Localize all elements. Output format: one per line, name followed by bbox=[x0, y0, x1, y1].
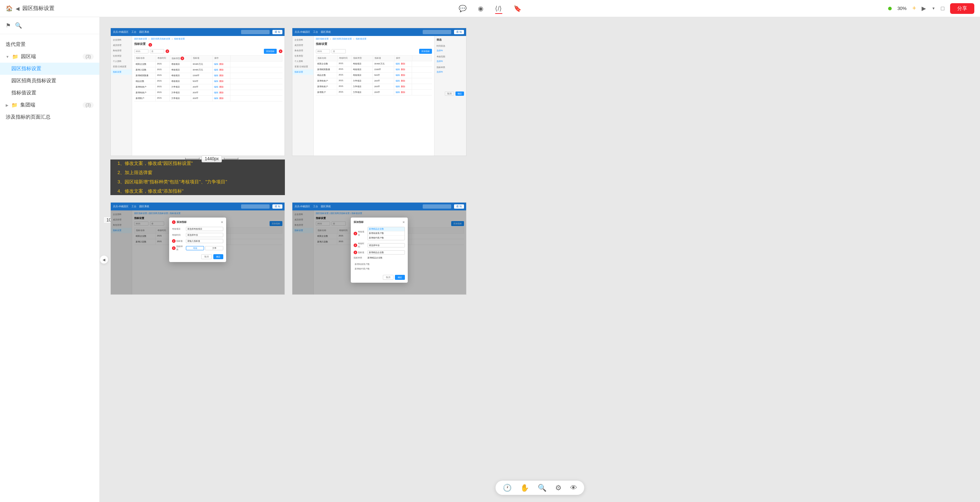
mock-sidebar-member: 成员管理 bbox=[292, 43, 313, 48]
mock-sidebar-task: 任务类型 bbox=[292, 53, 313, 59]
frame-park-indicator: 员员-仲裁园区 工台 园区系统 通 知 企业资料 成员管理 角色管理 任务类型 … bbox=[110, 28, 285, 156]
mock-search bbox=[423, 30, 451, 34]
filter-reset-btn[interactable]: 取消 bbox=[445, 92, 454, 96]
mock-nav: 员员-仲裁园区 工台 园区系统 通 知 bbox=[292, 28, 466, 36]
mock-year-select[interactable]: 2021 bbox=[134, 49, 148, 53]
collapse-sidebar-button[interactable]: ◀ bbox=[100, 255, 108, 264]
mock-nav: 员员-仲裁园区 工台 园区系统 通 知 bbox=[111, 28, 285, 36]
settings-icon[interactable]: ⚙ bbox=[555, 483, 562, 492]
item-label: 指标值设置 bbox=[11, 90, 36, 96]
plus-icon[interactable]: + bbox=[912, 5, 916, 12]
mock-notice-btn: 通 知 bbox=[272, 204, 282, 209]
chevron-down-icon[interactable]: ▼ bbox=[932, 6, 935, 10]
form-row-type: 3 指标种类 考核 力争 bbox=[172, 245, 223, 251]
sidebar-item-indicator-value[interactable]: 指标值设置 bbox=[0, 87, 99, 99]
nav-brand: 员员-仲裁园区 bbox=[294, 30, 310, 34]
location-icon[interactable]: ◉ bbox=[478, 5, 484, 13]
sidebar-section-park[interactable]: ▼ 📁 园区端 (3) bbox=[0, 51, 99, 63]
time-input[interactable]: 请选择年份 bbox=[368, 243, 405, 248]
dialog-cancel-btn[interactable]: 取消 bbox=[201, 254, 212, 259]
frame-add-indicator-dropdown: 员员-仲裁园区 工台 园区系统 通 知 企业资料 成员管理 角色管理 指标设置 … bbox=[292, 202, 466, 295]
frame-add-indicator: 员员-仲裁园区 工台 园区系统 通 知 企业资料 成员管理 角色管理 指标设置 … bbox=[110, 202, 285, 295]
mock-notice-btn: 通 知 bbox=[454, 204, 464, 209]
form-row-time: 考核时间 请选择年份 bbox=[172, 233, 223, 237]
monitor-icon[interactable]: □ bbox=[941, 5, 944, 12]
close-icon[interactable]: ✕ bbox=[221, 221, 223, 224]
sidebar-tree: 迭代背景 ▼ 📁 园区端 (3) 园区指标设置 园区招商员指标设置 指标值设置 … bbox=[0, 34, 99, 502]
form-row-project: 1 考核项目 新增精品企业数 新增有效客户数 新增签约客户数 bbox=[353, 227, 405, 240]
sidebar-item-page-summary[interactable]: 涉及指标的页面汇总 bbox=[0, 111, 99, 123]
section-badge: (3) bbox=[83, 54, 94, 59]
dialog-ok-btn[interactable]: 确定 bbox=[213, 254, 223, 259]
play-icon[interactable]: ▶ bbox=[921, 5, 926, 12]
sidebar-section-group[interactable]: ▶ 📁 集团端 (3) bbox=[0, 99, 99, 111]
time-input[interactable]: 请选择年份 bbox=[186, 233, 223, 237]
mock-type-select[interactable]: 全 bbox=[331, 49, 346, 53]
mock-content: 园区指标设置 | 园区招商员指标设置 | 指标值设置 指标设置 2021 全 添… bbox=[314, 36, 434, 156]
history-icon[interactable]: 🕐 bbox=[503, 483, 512, 492]
dialog-title: 1 添加指标 ✕ bbox=[172, 220, 223, 224]
dialog-cancel-btn[interactable]: 取消 bbox=[383, 275, 393, 280]
zoom-icon[interactable]: 🔍 bbox=[538, 483, 547, 492]
flag-icon[interactable]: ⚑ bbox=[6, 22, 11, 29]
share-button[interactable]: 分享 bbox=[950, 3, 974, 14]
sidebar-item-recruiter-indicator[interactable]: 园区招商员指标设置 bbox=[0, 75, 99, 87]
top-bar: 🏠 ◀ 园区指标设置 💬 ◉ ⟨/⟩ 🔖 30% + ▶ ▼ □ 分享 bbox=[0, 0, 980, 17]
code-icon[interactable]: ⟨/⟩ bbox=[495, 5, 502, 13]
section-badge: (3) bbox=[83, 102, 94, 108]
mock-sidebar-task: 任务类型 bbox=[111, 53, 132, 59]
hand-icon[interactable]: ✋ bbox=[520, 483, 529, 492]
th-name: 指标名称 bbox=[135, 56, 156, 61]
close-icon[interactable]: ✕ bbox=[402, 221, 405, 224]
table-row: 新增入驻数 2021 考核项目 35465万元 编辑删除 bbox=[134, 67, 282, 73]
mock-type-select[interactable]: 全 bbox=[150, 49, 164, 53]
item-label: 迭代背景 bbox=[6, 41, 25, 48]
sidebar-item-background[interactable]: 迭代背景 bbox=[0, 38, 99, 51]
annotation-3: 3、园区端新增"指标种类"包括"考核项目"、"力争项目" bbox=[118, 177, 278, 187]
section-label: 集团端 bbox=[20, 102, 35, 108]
mock-year-select[interactable]: 2021 bbox=[316, 49, 330, 53]
nav-work: 工台 bbox=[313, 30, 318, 34]
sidebar-toolbar: ⚑ 🔍 bbox=[0, 17, 99, 34]
value-input[interactable]: 请输入指标值 bbox=[186, 239, 223, 243]
filter-confirm-btn[interactable]: 确定 bbox=[455, 92, 464, 96]
mock-add-indicator-btn[interactable]: 添加指标 bbox=[419, 49, 432, 54]
width-label: 1440px bbox=[202, 155, 222, 162]
badge-3: 3 bbox=[353, 251, 357, 254]
bookmark-icon[interactable]: 🔖 bbox=[514, 5, 521, 13]
nav-work: 工台 bbox=[313, 205, 318, 208]
type-option-exam[interactable]: 考核 bbox=[186, 246, 204, 250]
type-option-compete[interactable]: 力争 bbox=[205, 246, 223, 250]
sidebar-item-park-indicator[interactable]: 园区指标设置 bbox=[0, 63, 99, 75]
mock-table-header: 指标名称 考核时间 指标类型 3 指标值 操作 bbox=[134, 55, 282, 62]
badge-1: 1 bbox=[353, 232, 357, 235]
top-bar-right: 30% + ▶ ▼ □ 分享 bbox=[888, 3, 974, 14]
value-input[interactable]: 新增精品企业数 bbox=[368, 250, 405, 254]
table-row: 新增有效户 2021 力争项目 200平 编辑删除 bbox=[316, 78, 432, 84]
mock-sidebar: 企业资料 成员管理 角色管理 任务类型 个人资料 变更/注销设置 指标设置 bbox=[111, 36, 132, 156]
chat-icon[interactable]: 💬 bbox=[459, 5, 466, 13]
mock-filter-row: 2021 全 2 添加指标 4 bbox=[134, 49, 282, 54]
badge-3: 3 bbox=[181, 57, 184, 60]
mock-sidebar-change: 变更/注销设置 bbox=[292, 64, 313, 70]
item-label: 涉及指标的页面汇总 bbox=[6, 114, 51, 120]
back-icon[interactable]: ◀ bbox=[16, 6, 19, 11]
home-icon[interactable]: 🏠 bbox=[6, 5, 13, 12]
add-dialog: 1 添加指标 ✕ 考核项目 请选择考核项目 考核时间 请选择年份 bbox=[169, 218, 226, 262]
dialog-ok-btn[interactable]: 确定 bbox=[395, 275, 405, 280]
form-row-type: 指标种类 新增精品企业数 bbox=[353, 256, 405, 259]
search-icon[interactable]: 🔍 bbox=[15, 22, 22, 29]
project-dropdown[interactable]: 新增精品企业数 新增有效客户数 新增签约客户数 bbox=[368, 227, 405, 240]
th-action: 操作 bbox=[213, 56, 231, 61]
mock-table: 指标名称 考核时间 指标类型 3 指标值 操作 精英企业数 2021 bbox=[134, 55, 282, 102]
th-action: 操作 bbox=[395, 56, 412, 61]
badge-2: 2 bbox=[353, 243, 357, 247]
mock-title-row: 指标设置 bbox=[316, 42, 432, 48]
eye-icon[interactable]: 👁 bbox=[570, 484, 577, 492]
project-input[interactable]: 请选择考核项目 bbox=[186, 227, 223, 231]
mock-sidebar-company: 企业资料 bbox=[111, 37, 132, 43]
badge-2: 2 bbox=[172, 239, 175, 243]
mock-body: 企业资料 成员管理 角色管理 指标设置 园区指标设置 | 园区招商员指标设置 |… bbox=[292, 210, 466, 294]
mock-add-indicator-btn[interactable]: 添加指标 bbox=[264, 49, 277, 54]
table-row: 精品全数 2021 考核项目 500平 编辑删除 bbox=[316, 73, 432, 78]
